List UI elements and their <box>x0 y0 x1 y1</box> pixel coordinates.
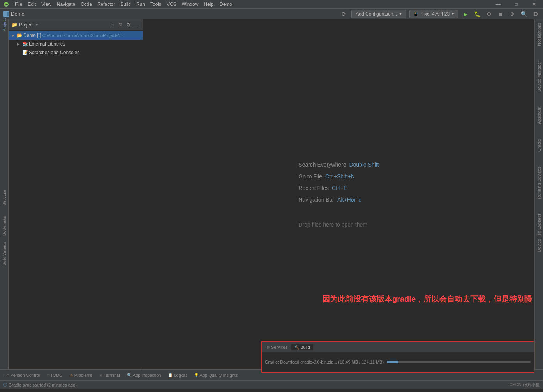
maximize-button[interactable]: □ <box>507 0 525 9</box>
menu-vcs[interactable]: VCS <box>164 1 179 8</box>
todo-icon: ≡ <box>47 373 49 377</box>
device-selector[interactable]: 📱 Pixel 4 API 23 ▼ <box>409 10 458 18</box>
menu-bar: File Edit View Navigate Code Refactor Bu… <box>0 0 543 9</box>
menu-navigate[interactable]: Navigate <box>55 1 78 8</box>
library-icon: 📚 <box>22 41 28 47</box>
tree-expand-arrow: ▶ <box>16 41 21 47</box>
menu-build[interactable]: Build <box>118 1 133 8</box>
minimize-button[interactable]: — <box>489 0 507 9</box>
svg-rect-4 <box>4 12 6 14</box>
todo-tab[interactable]: ≡ TODO <box>44 371 65 380</box>
quality-icon: 💡 <box>194 373 199 377</box>
svg-point-2 <box>5 4 5 5</box>
device-file-explorer-tab[interactable]: Device File Explorer <box>536 212 542 253</box>
hint-goto-file: Go to File Ctrl+Shift+N <box>298 173 379 179</box>
svg-point-3 <box>7 4 7 5</box>
menu-tools[interactable]: Tools <box>148 1 164 8</box>
app-logo <box>3 1 9 7</box>
external-libraries-label: External Libraries <box>29 41 65 47</box>
svg-rect-5 <box>4 14 6 16</box>
toolbar: Demo ⟳ Add Configuration... ▼ 📱 Pixel 4 … <box>0 9 543 19</box>
status-text: Gradle sync started (2 minutes ago) <box>9 383 77 387</box>
services-tab[interactable]: ⚙ Services <box>263 344 291 350</box>
tree-item-scratches[interactable]: ▶ 📝 Scratches and Consoles <box>14 48 143 57</box>
version-control-tab[interactable]: ⎇ Version Control <box>2 371 43 380</box>
project-panel-tab[interactable]: Project <box>0 21 8 29</box>
menu-refactor[interactable]: Refactor <box>95 1 117 8</box>
download-progress-bar <box>387 361 531 363</box>
hint-recent-files: Recent Files Ctrl+E <box>298 185 379 191</box>
project-panel: 📁 Project ▼ ≡ ⇅ ⚙ — ▶ 📂 Demo [:] C:\Andr… <box>9 19 143 369</box>
search-everywhere-icon[interactable]: 🔍 <box>520 10 528 18</box>
collapse-all-icon[interactable]: ≡ <box>109 21 116 28</box>
menu-run[interactable]: Run <box>134 1 147 8</box>
status-info-icon: ⓘ <box>3 382 7 388</box>
tree-item-external-libraries[interactable]: ▶ 📚 External Libraries <box>14 40 143 48</box>
nav-bar-label: Navigation Bar <box>298 197 334 203</box>
hint-search: Search Everywhere Double Shift <box>298 162 379 168</box>
logcat-tab[interactable]: 📋 Logcat <box>165 371 190 380</box>
notifications-tab[interactable]: Notifications <box>536 21 542 47</box>
editor-hints: Search Everywhere Double Shift Go to Fil… <box>298 162 379 228</box>
menu-edit[interactable]: Edit <box>25 1 38 8</box>
sync-project-icon[interactable]: ⊕ <box>508 10 517 18</box>
app-quality-insights-tab[interactable]: 💡 App Quality Insights <box>191 371 241 380</box>
csdn-watermark: CSDN @茶小夏 <box>510 382 540 388</box>
problems-tab[interactable]: ⚠ Problems <box>67 371 95 380</box>
tree-expand-arrow: ▶ <box>10 33 16 38</box>
panel-title: 📁 Project ▼ <box>12 22 108 28</box>
gradle-tab[interactable]: Gradle <box>536 137 542 153</box>
menu-file[interactable]: File <box>12 1 25 8</box>
sync-icon[interactable]: ⟳ <box>340 10 348 18</box>
hint-nav-bar: Navigation Bar Alt+Home <box>298 197 379 203</box>
running-devices-tab[interactable]: Running Devices <box>536 165 542 200</box>
menu-code[interactable]: Code <box>78 1 94 8</box>
tree-expand-arrow: ▶ <box>16 50 21 55</box>
hide-panel-icon[interactable]: — <box>132 21 139 28</box>
dropdown-icon: ▼ <box>35 23 39 27</box>
build-tab[interactable]: 🔨 Build <box>291 344 313 350</box>
build-icon: 🔨 <box>294 345 299 350</box>
stop-button[interactable]: ■ <box>496 10 505 18</box>
attach-debugger-icon[interactable]: ⚙ <box>485 10 493 18</box>
phone-icon: 📱 <box>413 11 419 17</box>
tree-item-demo[interactable]: ▶ 📂 Demo [:] C:\AndroidStudio\AndroidStu… <box>9 31 143 40</box>
inspection-icon: 🔍 <box>127 373 132 377</box>
vcs-icon: ⎇ <box>5 373 9 377</box>
chevron-down-icon: ▼ <box>451 12 455 16</box>
run-button[interactable]: ▶ <box>461 10 470 18</box>
status-bar: ⓘ Gradle sync started (2 minutes ago) CS… <box>0 380 543 389</box>
add-configuration-button[interactable]: Add Configuration... ▼ <box>351 10 406 18</box>
build-status-text: Gradle: Download gradle-8.0-bin.zip... (… <box>265 360 384 364</box>
terminal-icon: ⊞ <box>99 373 102 377</box>
app-title: Demo <box>220 2 232 7</box>
bookmarks-tab[interactable]: Bookmarks <box>0 222 8 230</box>
panel-settings-icon[interactable]: ⚙ <box>125 21 132 28</box>
device-manager-tab[interactable]: Device Manager <box>536 59 542 93</box>
logcat-icon: 📋 <box>168 373 173 377</box>
recent-files-label: Recent Files <box>298 185 329 191</box>
project-tree: ▶ 📂 Demo [:] C:\AndroidStudio\AndroidStu… <box>9 30 143 369</box>
services-icon: ⚙ <box>266 345 270 350</box>
scratches-icon: 📝 <box>22 49 28 56</box>
assistant-tab[interactable]: Assistant <box>536 105 542 126</box>
build-variants-tab[interactable]: Build Variants <box>0 250 8 258</box>
expand-all-icon[interactable]: ⇅ <box>117 21 124 28</box>
close-button[interactable]: ✕ <box>525 0 543 9</box>
menu-help[interactable]: Help <box>201 1 216 8</box>
terminal-tab[interactable]: ⊞ Terminal <box>96 371 123 380</box>
panel-header-actions: ≡ ⇅ ⚙ — <box>109 21 139 28</box>
project-folder-icon: 📂 <box>16 32 23 39</box>
menu-window[interactable]: Window <box>180 1 201 8</box>
app-inspection-tab[interactable]: 🔍 App Inspection <box>124 371 164 380</box>
structure-tab[interactable]: Structure <box>0 194 8 202</box>
debug-button[interactable]: 🐛 <box>473 10 481 18</box>
search-shortcut: Double Shift <box>349 162 379 168</box>
build-panel-tabs: ⚙ Services 🔨 Build <box>262 342 534 352</box>
project-name-section: Demo <box>3 11 337 17</box>
menu-view[interactable]: View <box>39 1 54 8</box>
folder-icon: 📁 <box>12 22 18 28</box>
settings-icon[interactable]: ⚙ <box>531 10 540 18</box>
recent-files-shortcut: Ctrl+E <box>332 185 347 191</box>
project-icon <box>3 11 9 17</box>
